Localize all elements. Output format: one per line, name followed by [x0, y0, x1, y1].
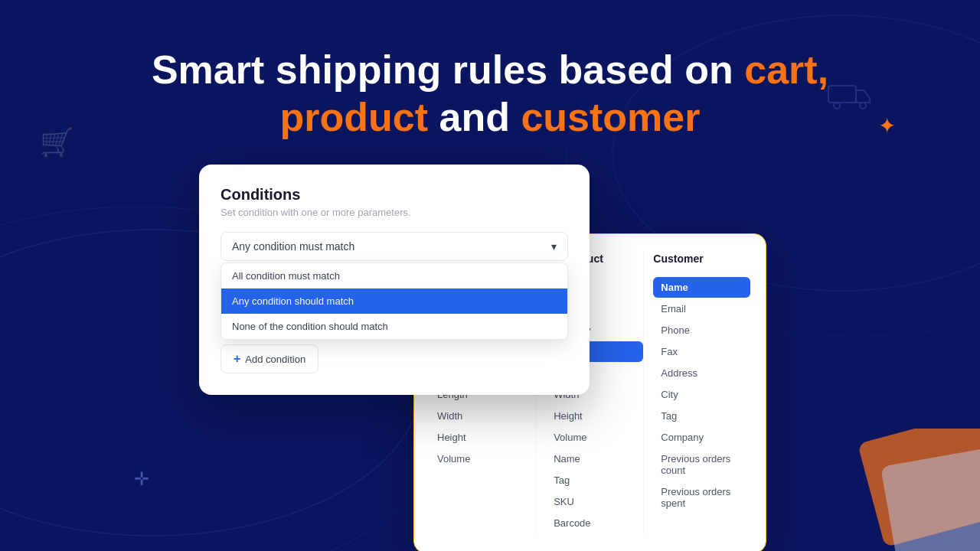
conditions-title: Conditions — [220, 186, 568, 204]
customer-item-previous-orders-count[interactable]: Previous orders count — [653, 448, 750, 481]
dropdown-display[interactable]: Any condition must match ▾ — [220, 232, 568, 261]
dropdown-option-any[interactable]: Any condition should match — [221, 289, 567, 314]
cart-item-volume[interactable]: Volume — [430, 448, 527, 469]
customer-item-phone[interactable]: Phone — [653, 320, 750, 341]
chevron-down-icon: ▾ — [551, 240, 557, 253]
dropdown-value: Any condition must match — [232, 240, 354, 253]
add-condition-label: Add condition — [245, 354, 305, 365]
customer-item-city[interactable]: City — [653, 384, 750, 405]
byproduct-item-sku[interactable]: SKU — [546, 491, 643, 512]
byproduct-item-height[interactable]: Height — [546, 406, 643, 426]
customer-column: Customer Name Email Phone Fax Address Ci… — [643, 253, 750, 534]
dropdown-option-all[interactable]: All condition must match — [221, 263, 567, 289]
customer-item-email[interactable]: Email — [653, 298, 750, 319]
customer-item-company[interactable]: Company — [653, 427, 750, 448]
condition-match-dropdown[interactable]: Any condition must match ▾ All condition… — [220, 232, 568, 261]
customer-column-header: Customer — [653, 253, 750, 269]
customer-item-tag[interactable]: Tag — [653, 406, 750, 426]
plus-cross-icon: ✛ — [134, 468, 149, 490]
customer-item-address[interactable]: Address — [653, 363, 750, 383]
dropdown-menu: All condition must match Any condition s… — [220, 262, 568, 340]
headline-text: Smart shipping rules based on cart, prod… — [0, 46, 980, 142]
add-condition-button[interactable]: + Add condition — [220, 344, 318, 373]
conditions-subtitle: Set condition with one or more parameter… — [220, 207, 568, 218]
byproduct-item-name[interactable]: Name — [546, 448, 643, 469]
conditions-card: Conditions Set condition with one or mor… — [199, 165, 590, 395]
dropdown-option-none[interactable]: None of the condition should match — [221, 314, 567, 339]
byproduct-item-volume[interactable]: Volume — [546, 427, 643, 448]
customer-item-name[interactable]: Name — [653, 277, 750, 298]
customer-item-previous-orders-spent[interactable]: Previous orders spent — [653, 481, 750, 514]
add-condition-plus-icon: + — [234, 352, 240, 366]
byproduct-item-barcode[interactable]: Barcode — [546, 513, 643, 533]
cart-item-width[interactable]: Width — [430, 406, 527, 426]
headline-section: Smart shipping rules based on cart, prod… — [0, 0, 980, 142]
customer-item-fax[interactable]: Fax — [653, 341, 750, 362]
cart-item-height[interactable]: Height — [430, 427, 527, 448]
byproduct-item-tag[interactable]: Tag — [546, 470, 643, 491]
